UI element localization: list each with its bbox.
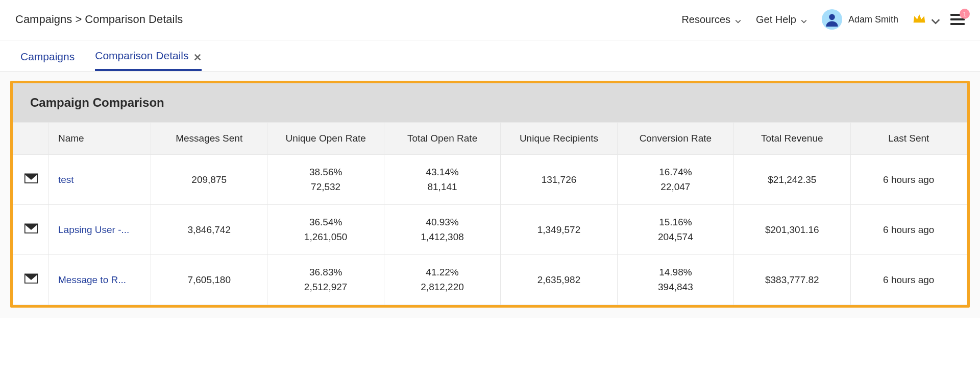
row-last-sent: 6 hours ago — [850, 205, 967, 255]
row-unique-recipients: 1,349,572 — [501, 205, 617, 255]
avatar — [822, 9, 842, 30]
chevron-down-icon — [734, 16, 742, 23]
tabs: Campaigns Comparison Details — [0, 40, 980, 72]
content: Campaign Comparison Name Messages Sent U… — [0, 72, 980, 318]
col-messages-sent[interactable]: Messages Sent — [151, 123, 267, 155]
row-total-revenue: $21,242.35 — [734, 155, 850, 205]
row-messages-sent: 3,846,742 — [151, 205, 267, 255]
svg-point-0 — [829, 14, 835, 20]
row-total-open-rate: 40.93%1,412,308 — [384, 205, 500, 255]
col-last-sent[interactable]: Last Sent — [850, 123, 967, 155]
col-name[interactable]: Name — [49, 123, 151, 155]
tab-comparison-details-label: Comparison Details — [95, 50, 188, 62]
row-conversion-rate: 15.16%204,574 — [617, 205, 733, 255]
envelope-icon — [24, 225, 38, 236]
row-unique-recipients: 131,726 — [501, 155, 617, 205]
table-row: Message to R...7,605,18036.83%2,512,9274… — [13, 255, 967, 305]
user-name: Adam Smith — [848, 14, 898, 25]
table-row: Lapsing User -...3,846,74236.54%1,261,05… — [13, 205, 967, 255]
table-row: test209,87538.56%72,53243.14%81,141131,7… — [13, 155, 967, 205]
row-last-sent: 6 hours ago — [850, 255, 967, 305]
row-total-open-rate: 43.14%81,141 — [384, 155, 500, 205]
col-unique-recipients[interactable]: Unique Recipients — [501, 123, 617, 155]
row-total-revenue: $383,777.82 — [734, 255, 850, 305]
campaign-link[interactable]: Message to R... — [58, 274, 126, 285]
envelope-icon — [24, 275, 38, 286]
panel-title: Campaign Comparison — [13, 83, 967, 122]
col-conversion-rate[interactable]: Conversion Rate — [617, 123, 733, 155]
row-type-icon-cell — [13, 155, 49, 205]
row-messages-sent: 7,605,180 — [151, 255, 267, 305]
get-help-label: Get Help — [756, 14, 796, 26]
table-header-row: Name Messages Sent Unique Open Rate Tota… — [13, 123, 967, 155]
row-unique-open-rate: 38.56%72,532 — [267, 155, 384, 205]
row-conversion-rate: 14.98%394,843 — [617, 255, 733, 305]
col-total-revenue[interactable]: Total Revenue — [734, 123, 850, 155]
row-name-cell: Message to R... — [49, 255, 151, 305]
row-last-sent: 6 hours ago — [850, 155, 967, 205]
highlight-frame: Campaign Comparison Name Messages Sent U… — [10, 81, 970, 308]
row-name-cell: test — [49, 155, 151, 205]
row-messages-sent: 209,875 — [151, 155, 267, 205]
crown-menu[interactable] — [913, 13, 936, 27]
comparison-table: Name Messages Sent Unique Open Rate Tota… — [13, 122, 967, 305]
tab-campaigns[interactable]: Campaigns — [20, 50, 75, 71]
main-menu-button[interactable]: 1 — [950, 14, 965, 25]
top-bar: Campaigns > Comparison Details Resources… — [0, 0, 980, 40]
close-icon[interactable] — [193, 52, 202, 60]
envelope-icon — [24, 175, 38, 186]
resources-label: Resources — [681, 14, 730, 26]
chevron-down-icon — [800, 16, 807, 23]
notification-badge: 1 — [960, 9, 970, 19]
col-unique-open-rate[interactable]: Unique Open Rate — [267, 123, 384, 155]
topbar-right: Resources Get Help Adam Smith — [681, 9, 965, 30]
row-unique-open-rate: 36.54%1,261,050 — [267, 205, 384, 255]
row-type-icon-cell — [13, 255, 49, 305]
row-unique-recipients: 2,635,982 — [501, 255, 617, 305]
chevron-down-icon — [929, 16, 936, 23]
user-menu[interactable]: Adam Smith — [822, 9, 898, 30]
row-unique-open-rate: 36.83%2,512,927 — [267, 255, 384, 305]
resources-menu[interactable]: Resources — [681, 14, 742, 26]
col-icon — [13, 123, 49, 155]
row-type-icon-cell — [13, 205, 49, 255]
breadcrumb: Campaigns > Comparison Details — [15, 13, 183, 26]
row-conversion-rate: 16.74%22,047 — [617, 155, 733, 205]
row-name-cell: Lapsing User -... — [49, 205, 151, 255]
get-help-menu[interactable]: Get Help — [756, 14, 807, 26]
col-total-open-rate[interactable]: Total Open Rate — [384, 123, 500, 155]
campaign-link[interactable]: test — [58, 174, 74, 185]
tab-comparison-details[interactable]: Comparison Details — [95, 50, 202, 71]
campaign-link[interactable]: Lapsing User -... — [58, 224, 129, 235]
row-total-revenue: $201,301.16 — [734, 205, 850, 255]
crown-icon — [913, 13, 926, 27]
tab-campaigns-label: Campaigns — [20, 51, 75, 63]
row-total-open-rate: 41.22%2,812,220 — [384, 255, 500, 305]
